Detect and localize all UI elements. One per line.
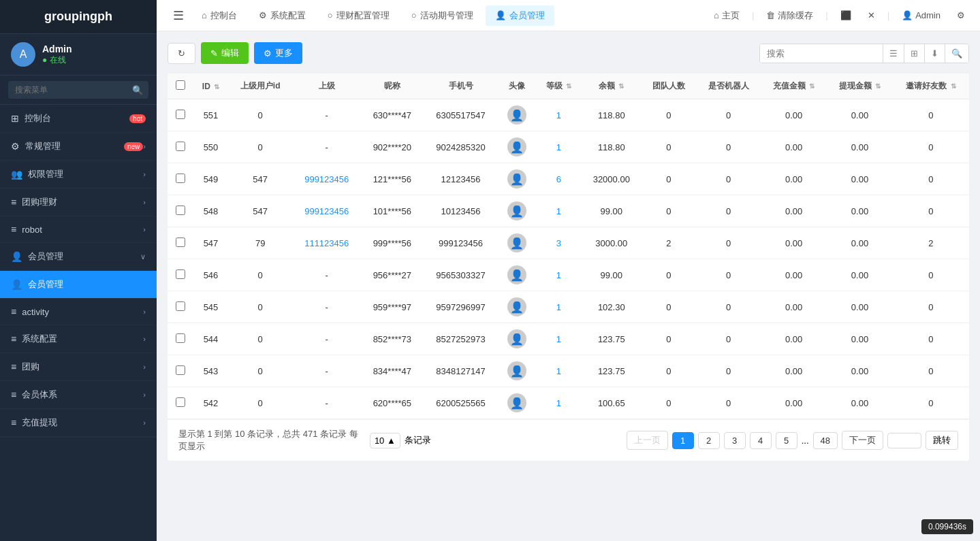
close-button[interactable]: ✕	[864, 7, 879, 23]
page-3-button[interactable]: 3	[724, 432, 746, 449]
list-icon: ≡	[11, 333, 16, 344]
sidebar-item-activity[interactable]: ≡ activity ›	[0, 299, 157, 325]
level-link[interactable]: 1	[556, 270, 561, 280]
cell-checkbox	[168, 227, 193, 259]
jump-button[interactable]: 跳转	[926, 431, 958, 450]
level-link[interactable]: 1	[556, 110, 561, 120]
icon1-button[interactable]: ⬛	[836, 7, 855, 23]
row-checkbox[interactable]	[176, 333, 185, 343]
sort-icon: ⇅	[875, 82, 881, 90]
row-checkbox[interactable]	[176, 397, 185, 407]
row-checkbox[interactable]	[176, 110, 185, 119]
page-2-button[interactable]: 2	[698, 432, 720, 449]
hamburger-button[interactable]: ☰	[168, 5, 189, 26]
row-checkbox[interactable]	[176, 142, 185, 151]
page-last-button[interactable]: 48	[813, 432, 838, 449]
row-checkbox[interactable]	[176, 301, 185, 311]
prev-page-button[interactable]: 上一页	[627, 431, 668, 450]
sidebar-item-changgui[interactable]: ⚙ 常规管理 new ›	[0, 133, 157, 161]
cell-team: 0	[642, 163, 696, 195]
nav-label: 会员管理	[28, 250, 140, 263]
admin-user[interactable]: 👤 Admin	[898, 7, 945, 23]
sidebar-item-quanxian[interactable]: 👥 权限管理 ›	[0, 161, 157, 188]
cell-balance: 100.65	[582, 387, 642, 419]
parent-link[interactable]: 999123456	[304, 174, 349, 184]
export-icon[interactable]: ⬇	[924, 44, 945, 63]
avatar: 👤	[507, 137, 526, 157]
level-link[interactable]: 1	[556, 398, 561, 408]
refresh-button[interactable]: ↻	[168, 43, 195, 64]
home-link[interactable]: ⌂ 主页	[710, 7, 744, 24]
edit-label: 编辑	[221, 47, 239, 59]
parent-link[interactable]: 999123456	[304, 206, 349, 216]
nav-label: 常规管理	[25, 140, 121, 152]
divider: |	[887, 10, 889, 20]
col-withdraw: 提现金额 ⇅	[827, 73, 893, 99]
cell-nickname: 834****47	[362, 355, 424, 387]
cell-withdraw: 0.00	[827, 99, 893, 131]
sidebar-item-huiyuan-tix[interactable]: ≡ 会员体系 ›	[0, 381, 157, 409]
page-size-select[interactable]: 10 ▲	[370, 433, 400, 448]
sidebar-item-huiyuan-manage[interactable]: 👤 会员管理 ∨	[0, 243, 157, 271]
avatar-icon: 👤	[510, 237, 524, 250]
tab-xitong[interactable]: ⚙ 系统配置	[249, 5, 315, 26]
edit-button[interactable]: ✎ 编辑	[201, 42, 249, 64]
parent-link[interactable]: 111123456	[304, 238, 349, 248]
settings-button[interactable]: ⚙	[953, 7, 969, 23]
next-page-button[interactable]: 下一页	[842, 431, 883, 450]
row-checkbox[interactable]	[176, 237, 185, 247]
sidebar-item-robot[interactable]: ≡ robot ›	[0, 216, 157, 243]
cell-withdraw: 0.00	[827, 387, 893, 419]
hot-badge: hot	[129, 114, 146, 123]
cell-nickname: 620****65	[362, 387, 424, 419]
col-invite: 邀请好友数 ⇅	[893, 73, 969, 99]
list-icon: ≡	[11, 361, 16, 372]
clear-cache-button[interactable]: 🗑 清除缓存	[762, 7, 817, 24]
level-link[interactable]: 1	[556, 366, 561, 376]
sidebar-item-kongzhitai[interactable]: ⊞ 控制台 hot	[0, 105, 157, 133]
tab-licai[interactable]: ○ 理财配置管理	[318, 5, 399, 26]
cell-parent-id: 0	[228, 387, 292, 419]
row-checkbox[interactable]	[176, 206, 185, 215]
level-link[interactable]: 1	[556, 142, 561, 152]
row-checkbox[interactable]	[176, 269, 185, 279]
col-id: ID ⇅	[193, 73, 229, 99]
pagination-bar: 显示第 1 到第 10 条记录，总共 471 条记录 每页显示 10 ▲ 条记录…	[168, 419, 969, 461]
page-5-button[interactable]: 5	[776, 432, 797, 449]
select-all-checkbox[interactable]	[176, 80, 185, 90]
avatar-icon: 👤	[510, 365, 524, 378]
page-jump-input[interactable]	[887, 433, 921, 448]
level-link[interactable]: 1	[556, 302, 561, 312]
data-table-container: ID ⇅ 上级用户id 上级 昵称 手机号 头像 等级 ⇅ 余额 ⇅ 团队人数 …	[168, 73, 969, 461]
more-button[interactable]: ⚙ 更多	[254, 42, 302, 64]
level-link[interactable]: 3	[556, 238, 561, 248]
search-input[interactable]	[760, 44, 883, 63]
topnav-tabs: ☰ ⌂ 控制台 ⚙ 系统配置 ○ 理财配置管理 ○ 活动期号管理 👤 会员管理	[168, 5, 710, 26]
sidebar-item-huiyuan-active[interactable]: 👤 会员管理	[0, 271, 157, 299]
sidebar-item-chongzhi[interactable]: ≡ 充值提现 ›	[0, 409, 157, 437]
tab-huiyuan[interactable]: 👤 会员管理	[486, 5, 554, 26]
grid-view-icon[interactable]: ⊞	[904, 44, 924, 63]
cell-phone: 6305517547	[423, 99, 499, 131]
sidebar-item-tuangou[interactable]: ≡ 团购理财 ›	[0, 188, 157, 216]
page-1-button[interactable]: 1	[672, 432, 694, 449]
table-view-icon[interactable]: ☰	[883, 44, 904, 63]
cell-avatar: 👤	[499, 387, 536, 419]
sidebar-item-tuangou2[interactable]: ≡ 团购 ›	[0, 353, 157, 381]
sidebar-item-xitong[interactable]: ≡ 系统配置 ›	[0, 325, 157, 353]
search-execute-icon[interactable]: 🔍	[945, 44, 968, 63]
level-link[interactable]: 1	[556, 206, 561, 216]
nav-label: 会员体系	[22, 389, 143, 401]
tab-kongzhitai[interactable]: ⌂ 控制台	[192, 5, 247, 26]
cell-invite: 0	[893, 387, 969, 419]
performance-badge: 0.099436s	[921, 519, 973, 534]
level-link[interactable]: 1	[556, 334, 561, 344]
gear-icon: ⚙	[264, 48, 272, 59]
row-checkbox[interactable]	[176, 365, 185, 375]
level-link[interactable]: 6	[556, 174, 561, 184]
row-checkbox[interactable]	[176, 174, 185, 183]
page-4-button[interactable]: 4	[750, 432, 772, 449]
tab-huodong[interactable]: ○ 活动期号管理	[402, 5, 483, 26]
search-menu-input[interactable]	[8, 81, 148, 99]
table-row: 542 0 - 620****65 6200525565 👤 1 100.65 …	[168, 387, 969, 419]
